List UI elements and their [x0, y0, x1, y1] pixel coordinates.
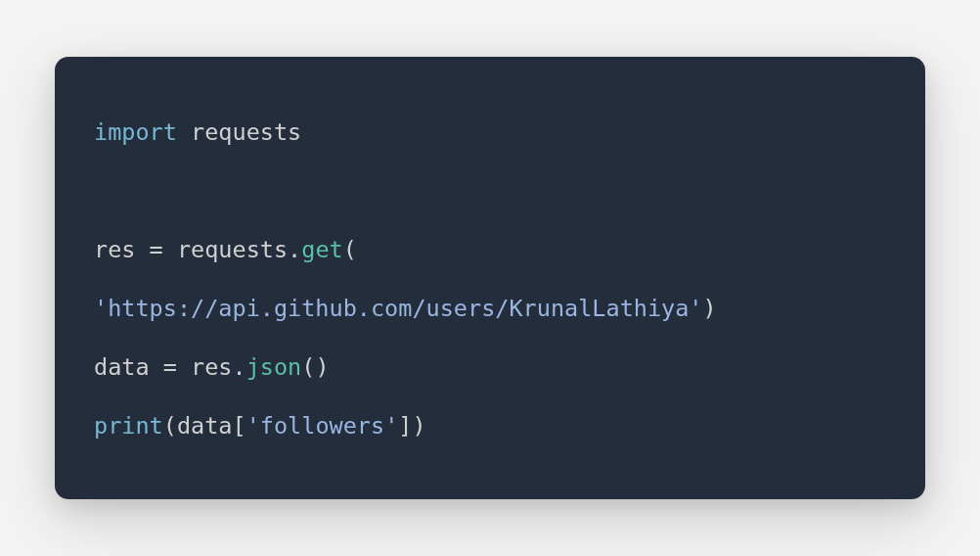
code-token: =	[163, 353, 191, 381]
code-token: requests	[177, 236, 288, 263]
code-token: ])	[398, 412, 425, 440]
code-token: )	[703, 295, 717, 322]
code-token: .	[233, 353, 246, 381]
code-token: (	[343, 236, 357, 263]
code-token: data	[94, 353, 163, 381]
code-token: (	[163, 412, 177, 440]
code-token: =	[150, 236, 177, 263]
code-token: ()	[301, 353, 329, 381]
code-token: 'https://api.github.com/users/KrunalLath…	[94, 295, 703, 322]
code-token: print	[94, 412, 163, 440]
code-root: import requests res = requests.get( 'htt…	[94, 118, 717, 440]
code-token: data	[177, 412, 233, 440]
code-token: import	[94, 118, 177, 146]
code-token: res	[94, 236, 150, 263]
code-token: res	[191, 353, 232, 381]
code-token: json	[246, 353, 302, 381]
code-content: import requests res = requests.get( 'htt…	[94, 104, 886, 456]
code-token: [	[233, 412, 246, 440]
code-token: requests	[177, 118, 301, 146]
code-token: get	[301, 236, 342, 263]
code-block: import requests res = requests.get( 'htt…	[55, 57, 925, 499]
code-token: 'followers'	[246, 412, 399, 440]
code-token: .	[288, 236, 301, 263]
